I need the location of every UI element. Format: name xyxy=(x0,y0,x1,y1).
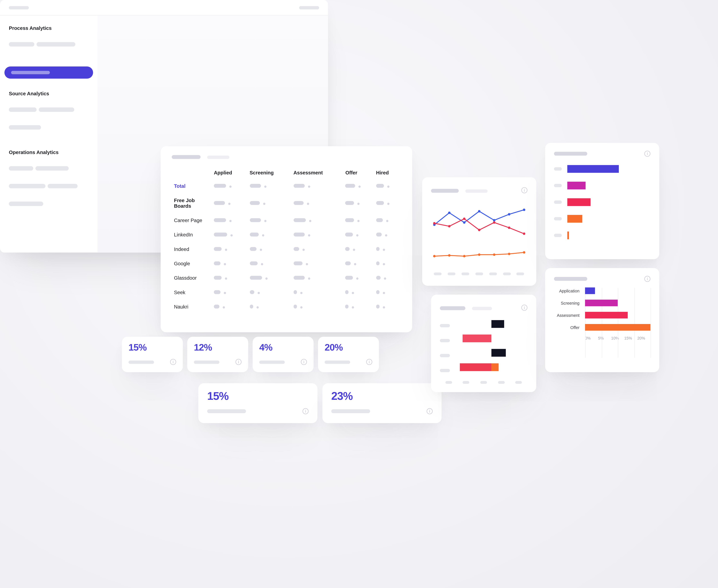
hbar-row xyxy=(554,195,650,209)
table-cell xyxy=(343,213,374,228)
stat-card: 15% i xyxy=(198,383,317,423)
table-cell xyxy=(291,179,343,193)
svg-point-20 xyxy=(523,251,525,254)
table-cell xyxy=(343,271,374,285)
card-title-skeleton xyxy=(440,306,465,310)
info-icon[interactable]: i xyxy=(366,359,372,365)
info-icon[interactable]: i xyxy=(644,276,650,282)
svg-point-16 xyxy=(463,255,466,257)
table-cell xyxy=(247,285,291,300)
sidebar-item[interactable] xyxy=(9,166,33,171)
stat-card: 20% i xyxy=(318,337,379,372)
svg-point-4 xyxy=(493,219,495,222)
xaxis-tick-skeleton xyxy=(475,272,483,275)
xaxis-tick-skeleton xyxy=(489,272,497,275)
card-title-skeleton xyxy=(172,155,201,159)
sidebar-item[interactable] xyxy=(48,184,78,188)
table-cell xyxy=(291,271,343,285)
sidebar-item[interactable] xyxy=(9,42,34,46)
table-cell xyxy=(374,242,401,256)
table-cell xyxy=(212,213,247,228)
stat-card: 4% i xyxy=(252,337,313,372)
svg-point-13 xyxy=(523,233,525,235)
svg-point-10 xyxy=(478,229,480,231)
yaxis-tick-skeleton xyxy=(440,369,450,372)
svg-point-9 xyxy=(463,217,466,220)
xaxis-tick-skeleton xyxy=(448,272,455,275)
table-cell xyxy=(374,228,401,242)
table-cell xyxy=(212,300,247,314)
hbar-label-skeleton xyxy=(554,184,562,187)
svg-point-6 xyxy=(523,209,525,211)
stat-value: 20% xyxy=(325,342,372,353)
sidebar-item[interactable] xyxy=(39,107,75,112)
tth-row: Application xyxy=(554,288,650,294)
tth-label: Offer xyxy=(554,325,579,330)
time-to-hire-card: i ApplicationScreeningAssessmentOffer 0%… xyxy=(545,268,659,372)
window-titlebar xyxy=(0,0,328,16)
tth-bar xyxy=(585,288,595,294)
info-icon[interactable]: i xyxy=(644,151,650,156)
row-label: Seek xyxy=(172,285,212,300)
info-icon[interactable]: i xyxy=(303,408,308,414)
table-cell xyxy=(291,256,343,271)
tth-bar xyxy=(585,324,650,331)
sidebar-item[interactable] xyxy=(9,202,43,206)
info-icon[interactable]: i xyxy=(521,304,527,310)
sidebar-item-active[interactable] xyxy=(4,66,93,79)
svg-point-17 xyxy=(478,253,480,256)
sidebar-item[interactable] xyxy=(37,42,76,46)
sidebar-section-operations: Operations Analytics xyxy=(9,150,89,155)
info-icon[interactable]: i xyxy=(170,359,176,365)
card-title-skeleton xyxy=(431,189,459,193)
table-cell xyxy=(247,179,291,193)
table-cell xyxy=(212,271,247,285)
sidebar-item[interactable] xyxy=(9,107,37,112)
table-cell xyxy=(374,179,401,193)
hbar-label-skeleton xyxy=(554,234,562,237)
card-subtitle-skeleton xyxy=(466,189,488,193)
row-label: LinkedIn xyxy=(172,228,212,242)
info-icon[interactable]: i xyxy=(235,359,242,365)
sidebar-item[interactable] xyxy=(36,166,69,171)
svg-point-19 xyxy=(508,253,510,255)
table-row: Total xyxy=(172,179,401,193)
table-cell xyxy=(374,300,401,314)
svg-point-1 xyxy=(448,212,450,214)
card-title-skeleton xyxy=(554,152,587,155)
info-icon[interactable]: i xyxy=(301,359,307,365)
stat-label-skeleton xyxy=(331,409,370,413)
table-cell xyxy=(343,242,374,256)
xaxis-tick-skeleton xyxy=(445,381,452,384)
funnel-table: Applied Screening Assessment Offer Hired… xyxy=(172,167,401,314)
hbar-bar xyxy=(567,198,591,206)
tth-row: Offer xyxy=(554,324,650,331)
row-label: Google xyxy=(172,256,212,271)
table-row: Google xyxy=(172,256,401,271)
titlebar-skeleton-right xyxy=(299,6,319,9)
sidebar-item[interactable] xyxy=(9,125,41,130)
card-subtitle-skeleton xyxy=(207,155,229,159)
table-cell xyxy=(247,256,291,271)
hbar-bar xyxy=(567,182,586,189)
sidebar-item[interactable] xyxy=(9,184,45,188)
stat-value: 4% xyxy=(259,342,307,353)
xaxis-tick: 5% xyxy=(598,336,611,340)
yaxis-tick-skeleton xyxy=(440,339,450,342)
row-label: Free Job Boards xyxy=(172,193,212,213)
stat-card: 12% i xyxy=(187,337,248,372)
table-row: Indeed xyxy=(172,242,401,256)
row-label: Indeed xyxy=(172,242,212,256)
table-row: Free Job Boards xyxy=(172,193,401,213)
col-hired: Hired xyxy=(374,167,401,179)
xaxis-tick: 15% xyxy=(624,336,637,340)
line-chart xyxy=(431,201,528,267)
hbar-row xyxy=(554,179,650,192)
table-cell xyxy=(247,213,291,228)
tth-bar xyxy=(585,312,628,318)
tth-row: Screening xyxy=(554,300,650,306)
info-icon[interactable]: i xyxy=(521,187,527,193)
info-icon[interactable]: i xyxy=(427,408,433,414)
table-row: Glassdoor xyxy=(172,271,401,285)
xaxis-tick: 20% xyxy=(637,336,650,340)
